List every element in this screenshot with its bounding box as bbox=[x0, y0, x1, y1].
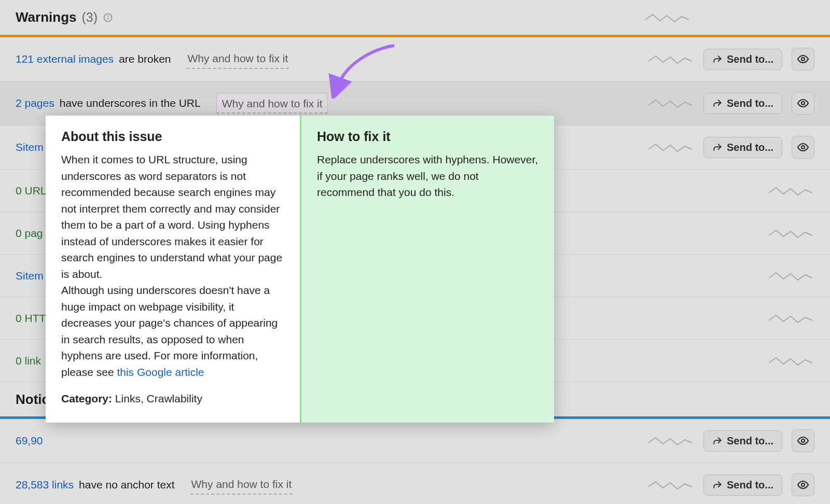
issue-description: 28,583 links have no anchor text bbox=[16, 479, 175, 491]
row-actions: Send to... bbox=[647, 48, 814, 71]
issue-description: 0 HTT bbox=[16, 312, 46, 325]
info-icon[interactable] bbox=[103, 12, 113, 23]
warnings-header: Warnings (3) bbox=[0, 0, 830, 35]
issue-count-link[interactable]: 2 pages bbox=[16, 97, 54, 109]
issue-description: 69,90 bbox=[16, 435, 43, 447]
issue-description: 0 pag bbox=[16, 227, 43, 240]
issue-description: 0 link bbox=[16, 355, 41, 367]
svg-point-2 bbox=[108, 16, 108, 16]
warnings-title: Warnings bbox=[16, 9, 76, 25]
issue-count-link[interactable]: Sitem bbox=[16, 270, 44, 282]
send-to-label: Send to... bbox=[727, 53, 773, 65]
notice_rows-row: 69,90Send to... bbox=[0, 419, 830, 463]
send-to-button[interactable]: Send to... bbox=[703, 137, 782, 158]
row-actions bbox=[768, 226, 814, 241]
send-to-button[interactable]: Send to... bbox=[703, 49, 782, 70]
svg-point-4 bbox=[801, 102, 805, 105]
issue-count-link[interactable]: 121 external images bbox=[16, 53, 114, 65]
view-button[interactable] bbox=[792, 473, 814, 496]
svg-point-6 bbox=[801, 439, 805, 442]
issue-description: Sitem bbox=[16, 141, 44, 153]
issue-count-link: 0 URL bbox=[16, 185, 47, 197]
row-actions: Send to... bbox=[647, 136, 814, 159]
issue-description: 121 external images are broken bbox=[16, 53, 171, 65]
google-article-link[interactable]: this Google article bbox=[117, 366, 204, 378]
send-to-label: Send to... bbox=[727, 479, 773, 491]
sparkline-icon bbox=[768, 184, 814, 198]
send-to-button[interactable]: Send to... bbox=[703, 93, 782, 114]
eye-icon bbox=[797, 141, 809, 153]
share-icon bbox=[712, 142, 723, 152]
issue-description: Sitem bbox=[16, 270, 44, 282]
share-icon bbox=[712, 436, 723, 446]
why-and-how-link[interactable]: Why and how to fix it bbox=[216, 93, 328, 114]
rows-row: 121 external images are brokenWhy and ho… bbox=[0, 37, 830, 81]
how-to-fix-body: Replace underscores with hyphens. Howeve… bbox=[317, 151, 538, 201]
sparkline-icon bbox=[768, 226, 814, 241]
issue-description-text: have underscores in the URL bbox=[60, 97, 201, 109]
svg-point-5 bbox=[801, 146, 805, 149]
share-icon bbox=[712, 98, 723, 108]
issue-category: Category: Links, Crawlability bbox=[61, 390, 284, 407]
sparkline-icon bbox=[647, 478, 694, 492]
sparkline-icon bbox=[768, 354, 814, 368]
sparkline-icon bbox=[644, 10, 691, 25]
row-actions: Send to... bbox=[647, 92, 814, 115]
row-actions: Send to... bbox=[647, 473, 814, 496]
send-to-label: Send to... bbox=[727, 142, 773, 153]
issue-count-link: 0 link bbox=[16, 355, 41, 367]
why-and-how-link[interactable]: Why and how to fix it bbox=[190, 475, 293, 494]
row-actions bbox=[768, 184, 814, 198]
issue-description: 2 pages have underscores in the URL bbox=[16, 97, 201, 109]
sparkline-icon bbox=[647, 433, 694, 448]
why-and-how-link[interactable]: Why and how to fix it bbox=[187, 49, 289, 68]
eye-icon bbox=[797, 97, 809, 109]
about-issue-panel: About this issue When it comes to URL st… bbox=[46, 116, 300, 423]
issue-help-popover: About this issue When it comes to URL st… bbox=[46, 116, 554, 423]
issue-count-link: 0 pag bbox=[16, 227, 43, 240]
share-icon bbox=[712, 54, 723, 64]
send-to-button[interactable]: Send to... bbox=[703, 474, 782, 496]
eye-icon bbox=[797, 479, 809, 491]
issue-count-link[interactable]: 69,90 bbox=[16, 435, 43, 447]
row-actions: Send to... bbox=[647, 429, 814, 452]
eye-icon bbox=[797, 53, 809, 65]
view-button[interactable] bbox=[792, 92, 814, 115]
send-to-button[interactable]: Send to... bbox=[703, 430, 782, 452]
row-actions bbox=[768, 354, 814, 368]
issue-count-link: 0 HTT bbox=[16, 312, 46, 325]
about-issue-body: When it comes to URL structure, using un… bbox=[61, 151, 284, 380]
about-issue-title: About this issue bbox=[61, 129, 284, 144]
view-button[interactable] bbox=[792, 48, 814, 71]
share-icon bbox=[712, 480, 723, 490]
svg-point-7 bbox=[801, 483, 805, 486]
notice_rows-row: 28,583 links have no anchor textWhy and … bbox=[0, 463, 830, 504]
issue-description-text: have no anchor text bbox=[79, 479, 174, 491]
row-actions bbox=[768, 311, 814, 326]
how-to-fix-title: How to fix it bbox=[317, 129, 538, 144]
warnings-count: (3) bbox=[81, 10, 98, 25]
sparkline-icon bbox=[647, 140, 694, 155]
eye-icon bbox=[797, 435, 809, 447]
svg-point-3 bbox=[801, 58, 805, 61]
sparkline-icon bbox=[768, 311, 814, 326]
sparkline-icon bbox=[647, 96, 694, 110]
view-button[interactable] bbox=[792, 429, 814, 452]
row-actions bbox=[768, 269, 814, 283]
view-button[interactable] bbox=[792, 136, 814, 159]
issue-description: 0 URL bbox=[16, 185, 47, 197]
issue-count-link[interactable]: Sitem bbox=[16, 141, 44, 153]
sparkline-icon bbox=[647, 52, 694, 66]
issue-count-link[interactable]: 28,583 links bbox=[16, 479, 74, 491]
issue-description-text: are broken bbox=[119, 53, 171, 65]
how-to-fix-panel: How to fix it Replace underscores with h… bbox=[300, 116, 554, 423]
send-to-label: Send to... bbox=[727, 435, 773, 447]
send-to-label: Send to... bbox=[727, 97, 773, 109]
sparkline-icon bbox=[768, 269, 814, 283]
